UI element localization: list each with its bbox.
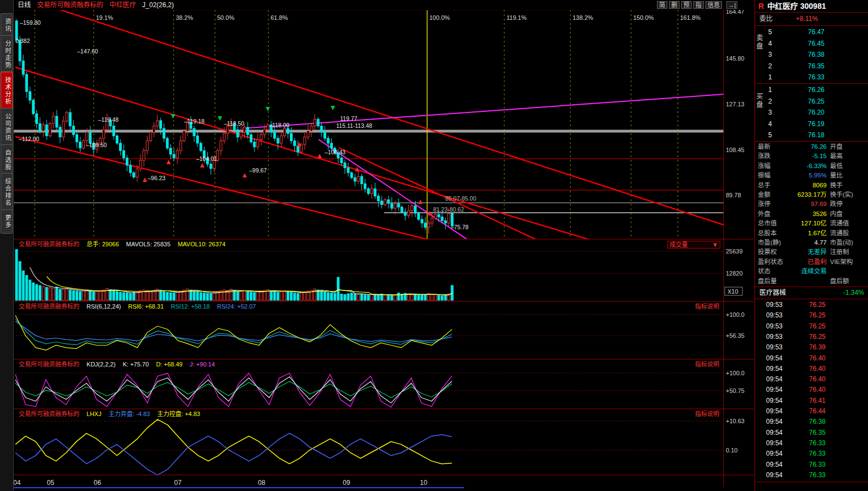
- volume-bar: [213, 293, 215, 300]
- jump-latest-icon[interactable]: →|: [726, 1, 737, 9]
- volume-bar: [96, 292, 98, 300]
- volume-bar: [401, 294, 403, 300]
- ask-row[interactable]: 476.45: [764, 38, 868, 49]
- volume-panel-header: 交易所可融资融券标的 总手: 29066 MAVOL5: 25835 MAVOL…: [13, 240, 724, 249]
- volume-bar: [163, 292, 165, 300]
- volume-bar: [283, 291, 285, 300]
- volume-bar: [29, 280, 31, 300]
- tick-price: 76.33: [794, 438, 826, 449]
- bid-row[interactable]: 576.18: [764, 130, 868, 141]
- candle-body: [374, 188, 376, 196]
- bid-row[interactable]: 476.19: [764, 118, 868, 130]
- indicator-help-link[interactable]: 指标说明: [695, 410, 719, 418]
- margin-eligible-icon: R: [758, 2, 764, 10]
- candle-body: [166, 138, 169, 148]
- indicator-help-link[interactable]: 指标说明: [695, 360, 719, 369]
- topbar-button-0[interactable]: 简: [657, 1, 667, 9]
- volume-bar: [411, 295, 413, 300]
- topbar-button-2[interactable]: 预: [681, 1, 692, 9]
- kdj-axis-label: +100.0: [726, 370, 745, 376]
- candle-body: [331, 143, 333, 148]
- stat-value: 5.95%: [787, 171, 827, 180]
- stat-label-2: 换手: [830, 181, 843, 190]
- bid-row[interactable]: 176.26: [764, 84, 868, 95]
- buy-signal-arrow-icon: [418, 199, 423, 204]
- ask-row[interactable]: 376.38: [764, 49, 868, 60]
- candle-body: [170, 148, 172, 154]
- sidebar-item-news[interactable]: 资讯: [1, 13, 13, 37]
- period-label[interactable]: 日线: [18, 1, 31, 9]
- candle-body: [387, 199, 390, 203]
- tick-bottom-divider: [755, 482, 868, 482]
- candle-body: [414, 206, 417, 213]
- level-label: 5: [768, 28, 772, 36]
- bid-row[interactable]: 276.25: [764, 96, 868, 107]
- price-annotation: –147.60: [77, 48, 98, 55]
- candle-body: [116, 136, 118, 143]
- level-label: 5: [768, 131, 772, 139]
- volume-bar: [112, 291, 115, 300]
- stock-name-code: 中红医疗 300981: [767, 2, 826, 10]
- volume-type-select[interactable]: 成交量▼: [667, 241, 720, 249]
- topbar-button-4[interactable]: 信息: [705, 1, 722, 9]
- sidebar-item-company[interactable]: 公司资讯: [1, 108, 13, 147]
- bid-row[interactable]: 376.20: [764, 107, 868, 118]
- tick-list[interactable]: 09:5376.2509:5376.2509:5376.2509:5376.25…: [755, 300, 868, 482]
- volume-layer: [13, 250, 724, 300]
- volume-bar: [384, 295, 386, 300]
- volume-axis-label: 12820: [726, 270, 743, 277]
- candle-body: [384, 199, 386, 204]
- stat-row: 总市值127.10亿流通值: [755, 219, 868, 228]
- tick-time: 09:54: [766, 439, 783, 447]
- rsi-axis-label: +100.0: [726, 311, 745, 318]
- buy-signal-arrow-icon: [242, 173, 247, 177]
- fib-label: 38.2%: [176, 14, 193, 21]
- sell-side-label: 卖盘: [756, 34, 764, 51]
- candle-body: [136, 169, 138, 177]
- volume-bar: [35, 284, 37, 300]
- stat-value: 76.26: [787, 142, 827, 152]
- volume-bar: [444, 295, 446, 300]
- buy-signal-arrow-icon: [317, 154, 322, 158]
- volume-type-label: 成交量: [670, 241, 688, 248]
- volume-bar: [257, 292, 259, 300]
- tick-row: 09:5476.40: [755, 374, 868, 385]
- sidebar-item-intraday[interactable]: 分时走势: [1, 35, 13, 74]
- volume-bar: [387, 295, 390, 300]
- ask-row[interactable]: 276.35: [764, 61, 868, 72]
- volume-bar: [418, 295, 420, 300]
- sidebar-item-watchlist[interactable]: 自选股: [1, 144, 13, 175]
- stock-title: R中红医疗 300981: [755, 0, 868, 12]
- topbar-button-1[interactable]: 删: [669, 1, 680, 9]
- volume-bar: [83, 291, 85, 300]
- candle-body: [86, 132, 88, 141]
- volume-bar: [290, 292, 293, 300]
- weibi-divider: [755, 25, 868, 26]
- candle-body: [130, 165, 132, 172]
- volume-bar: [196, 292, 198, 300]
- main-chart-layer: 19.1%38.2%50.0%61.8%100.0%119.1%138.2%15…: [13, 6, 724, 258]
- sidebar-item-technical[interactable]: 技术分析: [1, 72, 13, 110]
- candle-body: [143, 150, 145, 160]
- sidebar-item-ranking[interactable]: 综合排名: [1, 173, 13, 212]
- candle-body: [320, 126, 322, 132]
- rsi-panel-header: 交易所可融资融券标的 RSI(6,12,24) RSI6: +68.31 RSI…: [13, 303, 724, 311]
- stat-label: 外盘: [758, 211, 770, 217]
- indicator-help-link[interactable]: 指标说明: [695, 303, 719, 311]
- sector-row[interactable]: 医疗器械-1.34%: [755, 287, 868, 298]
- sidebar-item-more[interactable]: 更多: [1, 209, 13, 234]
- candle-body: [69, 112, 71, 126]
- ask-row[interactable]: 176.33: [764, 72, 868, 83]
- price-axis-label: 108.45: [726, 147, 745, 153]
- ask-row[interactable]: 576.47: [764, 26, 868, 37]
- kdj-j-line: [15, 373, 452, 407]
- level-label: 4: [768, 120, 772, 128]
- volume-bar: [351, 293, 353, 300]
- tick-time: 09:54: [766, 407, 783, 415]
- candle-body: [35, 114, 37, 123]
- tick-price: 76.25: [794, 310, 826, 321]
- candle-body: [22, 61, 24, 75]
- candle-body: [200, 143, 202, 150]
- topbar-button-3[interactable]: 指: [693, 1, 704, 9]
- tick-row: 09:5376.25: [755, 300, 868, 310]
